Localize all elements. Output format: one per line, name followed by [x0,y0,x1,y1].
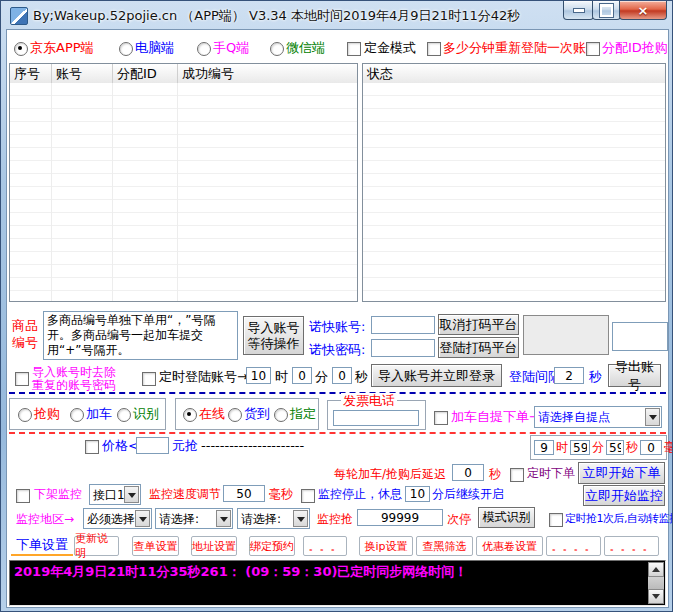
interface-dropdown[interactable]: 接口1 [89,484,141,505]
column-header-account[interactable]: 账号 [52,64,113,83]
checkbox-timed-login[interactable] [142,372,156,386]
tab-change-ip[interactable]: 换ip设置 [359,536,413,556]
checkbox-price-limit[interactable] [85,440,99,454]
checkbox-offshelf-monitor-label: 下架监控 [34,487,82,502]
radio-pc-label: 电脑端 [135,40,174,56]
price-limit-input[interactable] [136,437,169,454]
start-order-button[interactable]: 立即开始下单 [578,462,665,484]
import-and-login-button[interactable]: 导入账号并立即登录 [371,364,502,387]
order-minute-input[interactable] [570,440,590,455]
import-accounts-wait-button[interactable]: 导入账号 等待操作 [243,316,304,355]
radio-grab[interactable] [18,408,32,422]
radio-recognize-label: 识别 [133,406,159,422]
product-id-label-line1: 商品 [12,318,38,334]
tab-bind-reservation[interactable]: 绑定预约 [249,536,295,556]
login-second-input[interactable] [332,367,352,384]
monitor-pause-input[interactable] [405,486,430,502]
cancel-captcha-platform-button[interactable]: 取消打码平台 [438,314,519,335]
status-list-body[interactable] [363,83,665,301]
scroll-up-button[interactable] [648,562,664,577]
export-accounts-button[interactable]: 导出账号 [608,364,661,387]
checkbox-monitor-pause[interactable] [301,489,315,503]
login-captcha-platform-button[interactable]: 登陆打码平台 [438,337,519,358]
tab-check-orders[interactable]: 查单设置 [132,536,179,556]
grid-line [112,83,113,301]
tab-blacklist-filter[interactable]: 查黑筛选 [416,536,473,556]
order-second-input[interactable] [606,440,624,455]
order-second-unit: 秒 [626,439,638,456]
chevron-down-icon[interactable] [135,510,150,527]
chevron-down-icon[interactable] [293,510,308,527]
checkbox-timed-order[interactable] [510,468,524,482]
radio-designated[interactable] [274,408,288,422]
captcha-password-input[interactable] [371,339,435,357]
checkbox-timed-grab-to-monitor[interactable] [549,513,563,527]
tab-update-notes[interactable]: 更新说明 [74,536,119,556]
order-hour-input[interactable] [534,440,554,455]
login-hour-input[interactable] [246,367,271,384]
tab-address-settings[interactable]: 地址设置 [191,536,237,556]
tab-dots-3[interactable]: 。。。。 [604,536,659,556]
region-dropdown-3[interactable]: 请选择: [237,508,310,529]
checkbox-assign-id[interactable] [586,42,600,56]
checkbox-deposit-mode[interactable] [347,42,361,56]
radio-mobile-qq[interactable] [197,42,211,56]
checkbox-relogin-interval[interactable] [427,42,441,56]
round-delay-input[interactable] [452,464,484,481]
radio-pc[interactable] [119,42,133,56]
start-monitor-button[interactable]: 立即开始监控 [583,485,665,506]
checkbox-offshelf-monitor[interactable] [16,489,30,503]
scroll-down-button[interactable] [648,589,664,604]
chevron-down-icon[interactable] [216,510,231,527]
checkbox-cart-pickup-order-label: 加车自提下单→ [451,409,540,425]
radio-recognize[interactable] [117,408,131,422]
maximize-button[interactable] [592,1,621,20]
radio-cod[interactable] [228,408,242,422]
tab-order-settings[interactable]: 下单设置 [11,536,73,556]
log-panel: 2019年4月9日21时11分35秒261： (09：59：30)已定时同步网络… [9,560,666,606]
account-list[interactable]: 序号 账号 分配ID 成功编号 [9,63,358,302]
checkbox-dedupe-accounts[interactable] [15,372,29,386]
account-list-header: 序号 账号 分配ID 成功编号 [10,64,357,84]
radio-wechat[interactable] [270,42,284,56]
radio-add-cart[interactable] [70,408,84,422]
monitor-speed-input[interactable] [223,485,265,502]
order-millisecond-input[interactable] [640,440,662,455]
tab-coupon-settings[interactable]: 优惠卷设置 [476,536,543,556]
mode-recognize-button[interactable]: 模式识别 [478,507,535,528]
app-icon [10,7,28,25]
login-minute-input[interactable] [292,367,312,384]
status-list-header: 状态 [363,64,665,84]
column-header-assigned-id[interactable]: 分配ID [113,64,178,83]
login-interval-input[interactable] [554,367,584,384]
chevron-down-icon[interactable] [645,408,660,426]
column-header-success-no[interactable]: 成功编号 [178,64,357,83]
radio-online-pay[interactable] [183,408,197,422]
status-list[interactable]: 状态 [362,63,666,302]
pickup-point-dropdown[interactable]: 请选择自提点 [534,406,662,428]
tab-dots-2[interactable]: 。。。。 [546,536,601,556]
invoice-phone-label: 发票电话 [341,393,397,409]
captcha-account-label: 诺快账号: [309,319,365,335]
region-dropdown-2[interactable]: 请选择: [155,508,233,529]
product-id-input[interactable]: 多商品编号单独下单用“，”号隔开。多商品编号一起加车提交用“+”号隔开。 [43,311,238,360]
chevron-down-icon[interactable] [124,486,139,503]
checkbox-cart-pickup-order[interactable] [434,411,448,425]
order-millisecond-unit: 毫 [664,439,673,456]
captcha-password-label: 诺快密码: [309,342,365,358]
close-button[interactable]: × [619,1,667,20]
captcha-account-input[interactable] [371,316,435,334]
minimize-button[interactable] [563,1,594,20]
account-list-body[interactable] [10,83,357,301]
radio-jd-app[interactable] [14,42,28,56]
log-scrollbar[interactable] [648,562,664,604]
invoice-phone-input[interactable] [333,410,419,426]
region-dropdown-1[interactable]: 必须选择 [83,508,152,529]
login-minute-unit: 分 [315,369,328,385]
product-id-label-line2: 编号 [12,335,38,351]
tab-dots-1[interactable]: 。。。 [303,536,347,556]
monitor-grab-count-input[interactable] [357,509,443,526]
close-icon: × [638,4,649,17]
column-header-status[interactable]: 状态 [363,64,665,83]
column-header-index[interactable]: 序号 [10,64,52,83]
